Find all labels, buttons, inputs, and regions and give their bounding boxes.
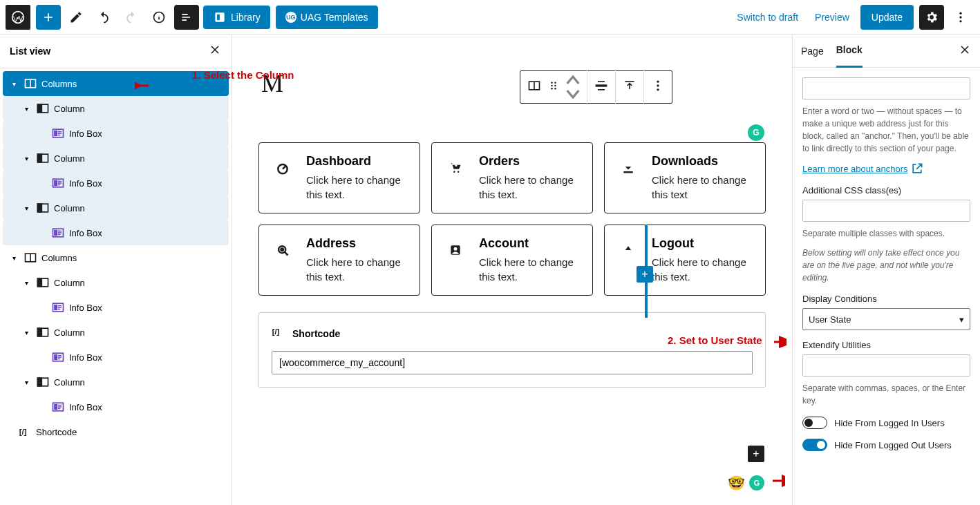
css-classes-input[interactable] (802, 200, 970, 222)
hide-logged-out-toggle[interactable] (802, 439, 827, 451)
svg-rect-42 (598, 81, 605, 82)
redo-button[interactable] (119, 5, 144, 30)
column-icon (36, 102, 50, 115)
caret-down-icon[interactable]: ▾ (21, 279, 32, 287)
vertical-align-icon[interactable] (623, 79, 637, 95)
column-icon (36, 325, 50, 339)
column-icon (36, 151, 50, 165)
svg-rect-19 (55, 231, 57, 236)
columns-block-icon[interactable] (527, 79, 541, 95)
list-item-column[interactable]: ▾ Column (3, 196, 229, 220)
svg-point-38 (554, 85, 556, 87)
list-item-infobox[interactable]: Info Box (3, 295, 229, 320)
list-item-infobox[interactable]: Info Box (3, 171, 229, 196)
library-button[interactable]: Library (203, 6, 270, 29)
shortcode-icon: [/] (272, 325, 285, 341)
svg-point-52 (281, 249, 283, 251)
nerd-emoji-icon[interactable]: 🤓 (728, 475, 745, 491)
list-item-infobox[interactable]: Info Box (3, 345, 229, 370)
card-account[interactable]: AccountClick here to change this text. (431, 225, 593, 296)
card-logout[interactable]: LogoutClick here to change this text. (604, 225, 766, 296)
svg-rect-43 (598, 89, 605, 90)
list-item-shortcode[interactable]: [/] Shortcode (3, 419, 229, 444)
svg-point-36 (554, 82, 556, 84)
svg-rect-17 (38, 204, 42, 212)
add-block-button[interactable] (36, 5, 61, 30)
list-item-columns-selected[interactable]: ▾ Columns (3, 71, 229, 96)
align-wide-icon[interactable] (594, 79, 608, 95)
svg-rect-26 (38, 328, 42, 336)
extendify-input[interactable] (802, 354, 970, 377)
info-button[interactable] (147, 5, 171, 30)
svg-rect-9 (38, 104, 42, 113)
close-sidebar-button[interactable] (958, 43, 972, 59)
column-icon (36, 375, 50, 389)
shortcode-block[interactable]: [/] Shortcode (258, 312, 766, 388)
cart-icon (442, 154, 469, 182)
shortcode-input[interactable] (272, 351, 753, 374)
list-item-column[interactable]: ▾ Column (3, 370, 229, 394)
switch-to-draft-link[interactable]: Switch to draft (737, 12, 798, 23)
infobox-icon (51, 400, 65, 414)
svg-text:[/]: [/] (272, 327, 279, 336)
caret-down-icon[interactable]: ▾ (8, 254, 19, 262)
page-title-fragment[interactable]: M (261, 69, 766, 98)
caret-down-icon[interactable]: ▾ (21, 379, 32, 386)
top-toolbar: Library UG UAG Templates Switch to draft… (0, 0, 980, 35)
list-item-infobox[interactable]: Info Box (3, 394, 229, 419)
grammarly-icon[interactable]: G (749, 475, 764, 490)
list-item-column[interactable]: ▾ Column (3, 96, 229, 121)
svg-point-54 (454, 247, 458, 251)
svg-point-5 (959, 16, 961, 18)
svg-point-47 (657, 88, 659, 90)
svg-rect-13 (38, 154, 42, 162)
display-conditions-select[interactable]: User State ▾ (802, 308, 970, 330)
drag-handle-icon[interactable] (547, 79, 560, 95)
list-item-column[interactable]: ▾ Column (3, 146, 229, 171)
address-pin-icon (269, 236, 296, 264)
settings-gear-button[interactable] (919, 5, 944, 30)
caret-down-icon[interactable]: ▾ (21, 329, 32, 336)
wordpress-logo[interactable] (6, 5, 30, 30)
card-orders[interactable]: OrdersClick here to change this text. (431, 142, 593, 213)
svg-point-37 (551, 85, 553, 87)
anchor-learn-more-link[interactable]: Learn more about anchors (802, 162, 924, 175)
card-downloads[interactable]: DownloadsClick here to change this text (604, 142, 766, 213)
caret-down-icon[interactable]: ▾ (21, 155, 32, 162)
list-view-toggle[interactable] (174, 5, 199, 30)
list-item-column[interactable]: ▾ Column (3, 320, 229, 345)
preview-link[interactable]: Preview (815, 12, 849, 23)
grammarly-icon[interactable]: G (748, 124, 764, 141)
add-block-fab[interactable]: + (748, 446, 764, 462)
list-item-columns[interactable]: ▾ Columns (3, 245, 229, 270)
update-button[interactable]: Update (860, 5, 914, 30)
svg-rect-24 (55, 305, 57, 310)
list-view-panel: List view ▾ Columns ▾ Column Info Box ▾ (0, 35, 232, 505)
svg-rect-41 (596, 84, 607, 86)
uag-templates-button[interactable]: UG UAG Templates (276, 6, 378, 29)
close-list-view-button[interactable] (208, 43, 222, 59)
edit-pencil-icon[interactable] (64, 5, 88, 30)
column-icon (36, 201, 50, 215)
move-updown-icon[interactable] (566, 73, 580, 101)
list-item-column[interactable]: ▾ Column (3, 270, 229, 295)
tab-block[interactable]: Block (836, 35, 863, 68)
undo-button[interactable] (91, 5, 116, 30)
card-address[interactable]: AddressClick here to change this text. (258, 225, 420, 296)
tab-page[interactable]: Page (801, 35, 824, 68)
list-item-infobox[interactable]: Info Box (3, 121, 229, 146)
anchor-input[interactable] (802, 77, 970, 99)
cards-grid: DashboardClick here to change this text.… (258, 142, 766, 296)
card-dashboard[interactable]: DashboardClick here to change this text. (258, 142, 420, 213)
caret-down-icon[interactable]: ▾ (8, 80, 19, 88)
more-block-options-icon[interactable] (651, 79, 665, 95)
hide-logged-in-toggle[interactable] (802, 417, 827, 429)
insert-between-button[interactable]: + (637, 266, 653, 283)
chevron-down-icon: ▾ (959, 314, 964, 325)
caret-down-icon[interactable]: ▾ (21, 105, 32, 113)
svg-point-35 (551, 82, 553, 84)
more-options-button[interactable] (948, 5, 973, 30)
editor-canvas[interactable]: M G Dash (232, 35, 792, 505)
caret-down-icon[interactable]: ▾ (21, 204, 32, 212)
list-item-infobox[interactable]: Info Box (3, 220, 229, 245)
